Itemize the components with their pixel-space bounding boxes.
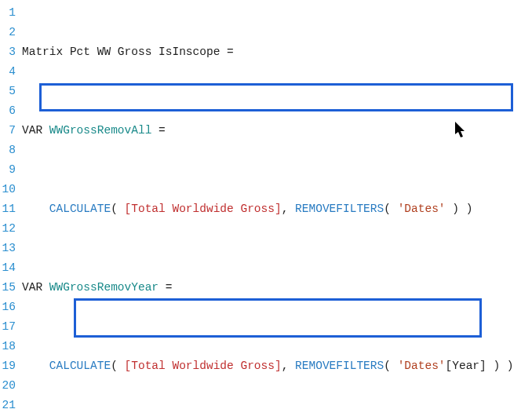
highlight-box-top xyxy=(39,83,513,111)
table-ref: 'Dates' xyxy=(398,203,446,215)
var-name: WWGrossRemovYear xyxy=(49,281,159,294)
ln-17: 17 xyxy=(0,317,16,337)
line-number-gutter: 1 2 3 4 5 6 7 8 9 10 11 12 13 14 15 16 1… xyxy=(0,3,22,420)
measure-ref: [Total Worldwide Gross] xyxy=(125,360,282,372)
table-ref: 'Dates' xyxy=(398,360,446,372)
code-line[interactable]: Matrix Pct WW Gross IsInscope = xyxy=(22,42,532,62)
var-name: WWGrossRemovAll xyxy=(49,124,152,137)
ln-5: 5 xyxy=(0,82,16,101)
highlight-box-bottom xyxy=(74,298,482,338)
fn-removefilters: REMOVEFILTERS xyxy=(295,360,384,372)
measure-ref: [Total Worldwide Gross] xyxy=(125,203,282,215)
ln-1: 1 xyxy=(0,3,16,23)
ln-13: 13 xyxy=(0,239,16,258)
ln-4: 4 xyxy=(0,62,16,82)
ln-2: 2 xyxy=(0,23,16,42)
code-line[interactable]: VAR WWGrossRemovYear = xyxy=(22,278,532,298)
ln-12: 12 xyxy=(0,219,16,239)
ln-10: 10 xyxy=(0,180,16,199)
ln-7: 7 xyxy=(0,121,16,141)
ln-15: 15 xyxy=(0,278,16,298)
code-line[interactable]: CALCULATE( [Total Worldwide Gross], REMO… xyxy=(22,199,532,219)
code-area[interactable]: Matrix Pct WW Gross IsInscope = VAR WWGr… xyxy=(22,3,532,420)
ln-3: 3 xyxy=(0,42,16,62)
ln-11: 11 xyxy=(0,199,16,219)
ln-16: 16 xyxy=(0,298,16,317)
code-line[interactable]: VAR WWGrossRemovAll = xyxy=(22,121,532,141)
fn-calculate: CALCULATE xyxy=(49,203,111,215)
kw-var: VAR xyxy=(22,281,42,294)
ln-9: 9 xyxy=(0,160,16,180)
measure-name: Matrix Pct WW Gross IsInscope = xyxy=(22,46,234,58)
ln-20: 20 xyxy=(0,376,16,396)
code-editor[interactable]: 1 2 3 4 5 6 7 8 9 10 11 12 13 14 15 16 1… xyxy=(0,0,532,420)
fn-calculate: CALCULATE xyxy=(49,360,111,372)
ln-6: 6 xyxy=(0,101,16,121)
fn-removefilters: REMOVEFILTERS xyxy=(295,203,384,215)
ln-21: 21 xyxy=(0,396,16,415)
ln-8: 8 xyxy=(0,141,16,160)
ln-19: 19 xyxy=(0,356,16,376)
code-line[interactable]: CALCULATE( [Total Worldwide Gross], REMO… xyxy=(22,356,532,376)
ln-18: 18 xyxy=(0,337,16,356)
ln-14: 14 xyxy=(0,258,16,278)
kw-var: VAR xyxy=(22,124,42,137)
